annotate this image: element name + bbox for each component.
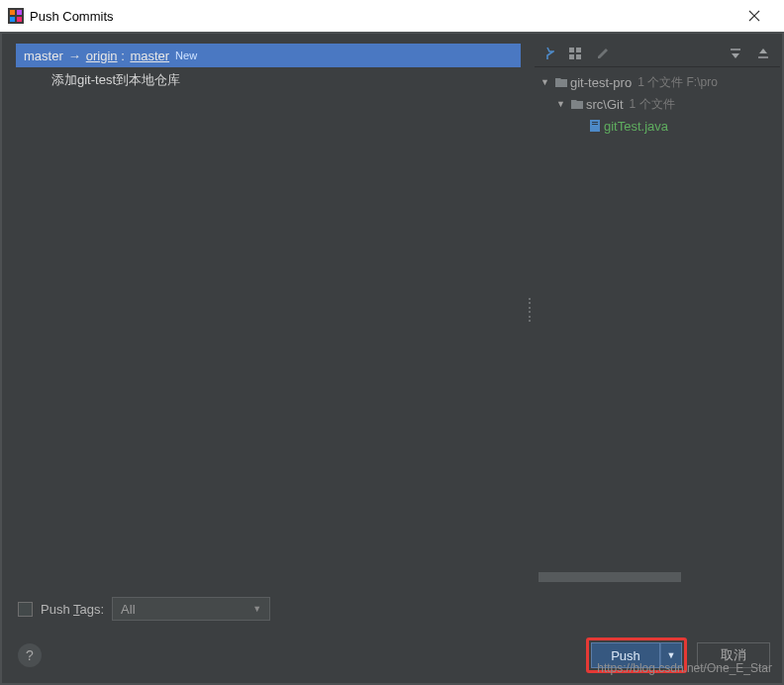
svg-rect-16 bbox=[592, 122, 598, 123]
push-tags-label-pre: Push bbox=[41, 602, 73, 617]
button-row: ? Push ▼ 取消 bbox=[18, 637, 770, 673]
svg-rect-3 bbox=[10, 17, 15, 22]
tree-folder[interactable]: ▼ src\Git 1 个文件 bbox=[539, 93, 780, 115]
colon: : bbox=[118, 49, 129, 63]
tree-root-name: git-test-pro bbox=[570, 75, 632, 90]
pin-button[interactable] bbox=[537, 44, 558, 63]
horizontal-scrollbar[interactable] bbox=[539, 572, 776, 582]
push-tags-label: Push Tags: bbox=[41, 602, 104, 617]
expand-all-button[interactable] bbox=[725, 44, 746, 63]
tree-file[interactable]: gitTest.java bbox=[539, 115, 780, 137]
close-icon bbox=[748, 10, 760, 22]
tree-root[interactable]: ▼ git-test-pro 1 个文件 F:\pro bbox=[539, 71, 780, 93]
title-bar: Push Commits bbox=[0, 0, 784, 32]
push-button-highlight: Push ▼ bbox=[586, 637, 687, 673]
tree-file-name: gitTest.java bbox=[604, 119, 668, 134]
push-tags-checkbox[interactable] bbox=[18, 602, 33, 617]
files-panel: ▼ git-test-pro 1 个文件 F:\pro ▼ src\Git 1 … bbox=[535, 34, 782, 586]
svg-rect-8 bbox=[576, 48, 581, 52]
local-branch: master bbox=[24, 49, 63, 63]
group-by-icon bbox=[568, 47, 582, 60]
remote-name[interactable]: origin bbox=[86, 49, 118, 63]
java-file-icon bbox=[586, 119, 604, 133]
main-area: master → origin : master New 添加git-test到… bbox=[0, 32, 784, 685]
edit-button[interactable] bbox=[592, 44, 614, 63]
push-tags-select[interactable]: All ▼ bbox=[112, 597, 270, 621]
svg-rect-1 bbox=[10, 10, 15, 15]
svg-rect-9 bbox=[569, 54, 574, 59]
branch-spec-row[interactable]: master → origin : master New bbox=[16, 44, 521, 67]
folder-icon bbox=[568, 98, 586, 110]
chevron-down-icon[interactable]: ▼ bbox=[540, 77, 552, 87]
chevron-down-icon: ▼ bbox=[252, 604, 261, 614]
svg-rect-17 bbox=[592, 124, 598, 125]
svg-rect-15 bbox=[590, 120, 600, 132]
tree-root-meta: 1 个文件 F:\pro bbox=[637, 74, 718, 91]
splitter-handle[interactable] bbox=[527, 34, 535, 586]
close-button[interactable] bbox=[733, 1, 776, 31]
push-dropdown-button[interactable]: ▼ bbox=[660, 642, 682, 668]
app-icon bbox=[8, 8, 24, 24]
footer-area: Push Tags: All ▼ ? Push ▼ 取消 bbox=[2, 586, 782, 683]
tree-folder-meta: 1 个文件 bbox=[630, 96, 675, 113]
svg-rect-2 bbox=[17, 10, 22, 15]
group-by-button[interactable] bbox=[564, 44, 586, 63]
file-tree[interactable]: ▼ git-test-pro 1 个文件 F:\pro ▼ src\Git 1 … bbox=[535, 67, 780, 570]
question-icon: ? bbox=[26, 647, 34, 663]
select-value: All bbox=[121, 602, 135, 617]
pencil-icon bbox=[596, 47, 610, 60]
chevron-down-icon[interactable]: ▼ bbox=[556, 99, 568, 109]
folder-icon bbox=[552, 76, 570, 88]
svg-rect-7 bbox=[569, 48, 574, 52]
grip-icon bbox=[529, 298, 533, 322]
collapse-all-icon bbox=[756, 47, 770, 60]
commits-panel: master → origin : master New 添加git-test到… bbox=[2, 34, 527, 586]
content-row: master → origin : master New 添加git-test到… bbox=[2, 34, 782, 586]
svg-marker-13 bbox=[759, 49, 767, 53]
remote-branch[interactable]: master bbox=[130, 49, 169, 63]
svg-rect-10 bbox=[576, 54, 581, 59]
push-tags-row: Push Tags: All ▼ bbox=[18, 596, 770, 622]
svg-rect-4 bbox=[17, 17, 22, 22]
expand-all-icon bbox=[729, 47, 742, 60]
help-button[interactable]: ? bbox=[18, 643, 42, 667]
files-toolbar bbox=[535, 44, 780, 67]
arrow-icon: → bbox=[68, 49, 81, 63]
tree-folder-name: src\Git bbox=[586, 97, 624, 112]
collapse-all-button[interactable] bbox=[752, 44, 774, 63]
window-title: Push Commits bbox=[30, 9, 733, 24]
new-badge: New bbox=[175, 49, 197, 61]
svg-marker-12 bbox=[732, 53, 739, 58]
commit-item[interactable]: 添加git-test到本地仓库 bbox=[16, 67, 521, 89]
scrollbar-thumb[interactable] bbox=[539, 572, 681, 582]
push-button[interactable]: Push bbox=[591, 642, 660, 668]
cancel-button[interactable]: 取消 bbox=[697, 642, 770, 668]
chevron-down-icon: ▼ bbox=[667, 650, 676, 660]
pin-icon bbox=[540, 47, 554, 60]
push-tags-label-post: ags: bbox=[80, 602, 105, 617]
